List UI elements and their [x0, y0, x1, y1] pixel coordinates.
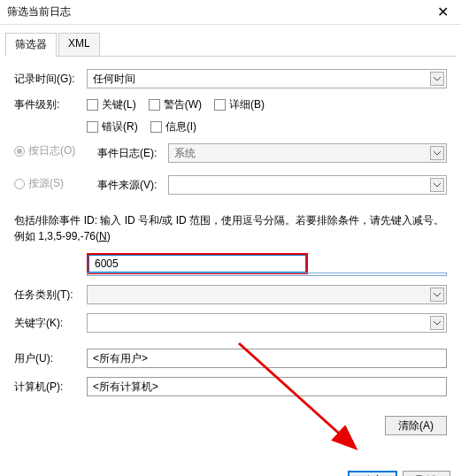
chevron-down-icon	[430, 288, 444, 302]
tab-xml-label: XML	[68, 37, 90, 50]
keywords-label: 关键字(K):	[14, 316, 87, 331]
checkbox-icon	[150, 121, 162, 133]
event-source-select[interactable]	[168, 175, 447, 195]
chevron-down-icon	[430, 146, 444, 160]
event-id-highlight	[87, 253, 308, 274]
checkbox-info[interactable]: 信息(I)	[150, 119, 196, 134]
log-time-select[interactable]: 任何时间	[87, 69, 447, 88]
filter-pane: 记录时间(G): 任何时间 事件级别: 关键(L) 警告(W)	[0, 57, 461, 412]
event-level-label: 事件级别:	[14, 97, 87, 112]
chevron-down-icon	[430, 178, 444, 192]
checkbox-icon	[87, 121, 98, 133]
checkbox-error[interactable]: 错误(R)	[87, 119, 138, 134]
event-log-select[interactable]: 系统	[168, 143, 447, 163]
checkbox-verbose-label: 详细(B)	[229, 97, 265, 112]
event-id-input[interactable]	[88, 255, 306, 273]
computer-input[interactable]	[87, 377, 447, 396]
event-id-hint: 包括/排除事件 ID: 输入 ID 号和/或 ID 范围，使用逗号分隔。若要排除…	[14, 212, 447, 244]
user-input[interactable]	[87, 349, 447, 368]
dialog-buttons: 确定 取消	[0, 465, 461, 476]
task-category-select[interactable]	[87, 285, 447, 304]
window-title: 筛选当前日志	[7, 4, 432, 19]
keywords-select[interactable]	[87, 313, 447, 333]
radio-icon	[14, 146, 25, 157]
log-time-value: 任何时间	[93, 72, 135, 87]
checkbox-critical-label: 关键(L)	[102, 97, 136, 112]
checkbox-warning[interactable]: 警告(W)	[149, 97, 202, 112]
tab-filter[interactable]: 筛选器	[5, 33, 57, 57]
checkbox-icon	[214, 99, 226, 111]
checkbox-error-label: 错误(R)	[102, 119, 138, 134]
checkbox-icon	[87, 99, 98, 111]
checkbox-warning-label: 警告(W)	[164, 97, 202, 112]
checkbox-verbose[interactable]: 详细(B)	[214, 97, 265, 112]
event-source-label: 事件来源(V):	[97, 178, 168, 193]
user-label: 用户(U):	[14, 351, 87, 366]
titlebar: 筛选当前日志 ✕	[0, 0, 461, 25]
log-time-label: 记录时间(G):	[14, 72, 87, 87]
checkbox-info-label: 信息(I)	[165, 119, 196, 134]
close-icon[interactable]: ✕	[432, 4, 454, 20]
radio-by-log-label: 按日志(O)	[28, 143, 75, 158]
clear-button[interactable]: 清除(A)	[385, 416, 447, 435]
chevron-down-icon	[430, 72, 444, 86]
radio-by-log[interactable]: 按日志(O)	[14, 143, 87, 158]
event-log-label: 事件日志(E):	[97, 146, 168, 161]
ok-button[interactable]: 确定	[348, 471, 397, 476]
tab-bar: 筛选器 XML	[5, 32, 456, 57]
event-log-value: 系统	[174, 146, 196, 161]
task-category-label: 任务类别(T):	[14, 288, 87, 303]
chevron-down-icon	[430, 316, 444, 330]
tab-xml[interactable]: XML	[58, 33, 100, 57]
radio-by-source-label: 按源(S)	[28, 176, 64, 191]
checkbox-icon	[149, 99, 160, 111]
tab-filter-label: 筛选器	[15, 38, 47, 50]
radio-by-source[interactable]: 按源(S)	[14, 176, 87, 191]
computer-label: 计算机(P):	[14, 380, 87, 395]
radio-icon	[14, 179, 25, 189]
checkbox-critical[interactable]: 关键(L)	[87, 97, 136, 112]
cancel-button[interactable]: 取消	[403, 471, 450, 476]
